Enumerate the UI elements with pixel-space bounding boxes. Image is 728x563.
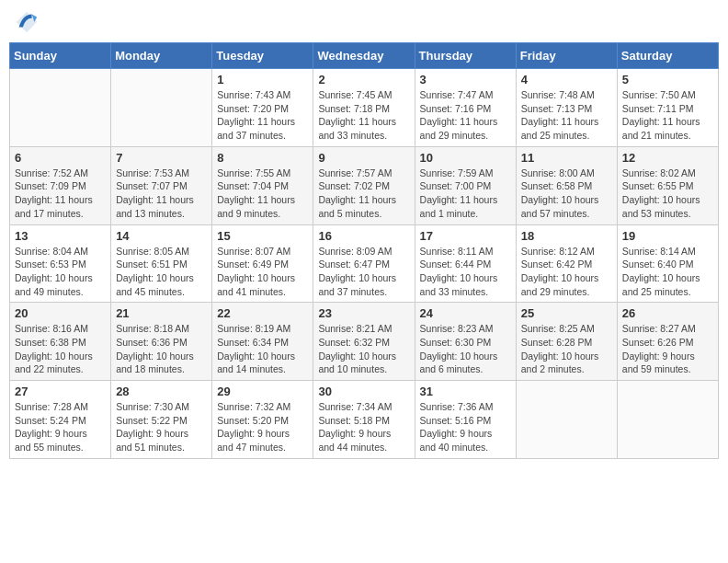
day-number: 6	[15, 151, 106, 165]
day-info: Sunrise: 8:02 AM Sunset: 6:55 PM Dayligh…	[622, 167, 713, 221]
weekday-header: Sunday	[10, 43, 111, 69]
day-number: 26	[622, 306, 713, 320]
day-info: Sunrise: 7:28 AM Sunset: 5:24 PM Dayligh…	[15, 400, 106, 454]
calendar-cell: 2Sunrise: 7:45 AM Sunset: 7:18 PM Daylig…	[313, 69, 415, 147]
day-info: Sunrise: 7:55 AM Sunset: 7:04 PM Dayligh…	[217, 167, 308, 221]
day-number: 28	[116, 385, 207, 398]
day-info: Sunrise: 8:19 AM Sunset: 6:34 PM Dayligh…	[217, 322, 308, 376]
day-info: Sunrise: 8:14 AM Sunset: 6:40 PM Dayligh…	[622, 245, 713, 299]
calendar-cell: 22Sunrise: 8:19 AM Sunset: 6:34 PM Dayli…	[212, 303, 313, 381]
day-number: 4	[521, 73, 612, 86]
day-number: 15	[217, 229, 308, 243]
calendar-cell: 27Sunrise: 7:28 AM Sunset: 5:24 PM Dayli…	[10, 381, 111, 459]
calendar-cell: 23Sunrise: 8:21 AM Sunset: 6:32 PM Dayli…	[313, 303, 415, 381]
page-header	[9, 9, 719, 35]
calendar-cell: 7Sunrise: 7:53 AM Sunset: 7:07 PM Daylig…	[111, 146, 212, 224]
day-number: 20	[15, 306, 106, 320]
calendar-cell: 3Sunrise: 7:47 AM Sunset: 7:16 PM Daylig…	[415, 69, 516, 147]
weekday-header: Wednesday	[313, 43, 415, 69]
day-info: Sunrise: 8:18 AM Sunset: 6:36 PM Dayligh…	[116, 322, 207, 376]
calendar-week: 1Sunrise: 7:43 AM Sunset: 7:20 PM Daylig…	[10, 69, 719, 147]
weekday-row: SundayMondayTuesdayWednesdayThursdayFrid…	[10, 43, 719, 69]
calendar-cell: 13Sunrise: 8:04 AM Sunset: 6:53 PM Dayli…	[10, 224, 111, 303]
day-number: 12	[622, 151, 713, 165]
calendar-cell	[617, 381, 718, 459]
weekday-header: Monday	[111, 43, 212, 69]
calendar-cell: 21Sunrise: 8:18 AM Sunset: 6:36 PM Dayli…	[111, 303, 212, 381]
calendar-week: 13Sunrise: 8:04 AM Sunset: 6:53 PM Dayli…	[10, 224, 719, 303]
calendar-cell: 9Sunrise: 7:57 AM Sunset: 7:02 PM Daylig…	[313, 146, 415, 224]
calendar-cell: 20Sunrise: 8:16 AM Sunset: 6:38 PM Dayli…	[10, 303, 111, 381]
day-number: 14	[116, 229, 207, 243]
day-info: Sunrise: 8:04 AM Sunset: 6:53 PM Dayligh…	[15, 245, 106, 299]
weekday-header: Thursday	[415, 43, 516, 69]
day-info: Sunrise: 7:50 AM Sunset: 7:11 PM Dayligh…	[622, 88, 713, 143]
calendar-cell: 8Sunrise: 7:55 AM Sunset: 7:04 PM Daylig…	[212, 146, 313, 224]
logo	[14, 9, 43, 35]
calendar-cell: 31Sunrise: 7:36 AM Sunset: 5:16 PM Dayli…	[415, 381, 516, 459]
calendar-body: 1Sunrise: 7:43 AM Sunset: 7:20 PM Daylig…	[10, 69, 719, 459]
day-info: Sunrise: 7:32 AM Sunset: 5:20 PM Dayligh…	[217, 400, 308, 454]
day-info: Sunrise: 7:48 AM Sunset: 7:13 PM Dayligh…	[521, 88, 612, 143]
day-info: Sunrise: 8:00 AM Sunset: 6:58 PM Dayligh…	[521, 167, 612, 221]
day-info: Sunrise: 7:36 AM Sunset: 5:16 PM Dayligh…	[420, 400, 511, 454]
calendar-week: 27Sunrise: 7:28 AM Sunset: 5:24 PM Dayli…	[10, 381, 719, 459]
calendar-cell: 5Sunrise: 7:50 AM Sunset: 7:11 PM Daylig…	[617, 69, 718, 147]
logo-icon	[14, 9, 40, 35]
calendar-cell: 26Sunrise: 8:27 AM Sunset: 6:26 PM Dayli…	[617, 303, 718, 381]
day-number: 10	[420, 151, 511, 165]
calendar-cell: 15Sunrise: 8:07 AM Sunset: 6:49 PM Dayli…	[212, 224, 313, 303]
calendar-cell: 25Sunrise: 8:25 AM Sunset: 6:28 PM Dayli…	[516, 303, 617, 381]
day-info: Sunrise: 7:30 AM Sunset: 5:22 PM Dayligh…	[116, 400, 207, 454]
day-number: 25	[521, 306, 612, 320]
day-info: Sunrise: 7:57 AM Sunset: 7:02 PM Dayligh…	[318, 167, 409, 221]
day-number: 8	[217, 151, 308, 165]
day-number: 3	[420, 73, 511, 86]
day-info: Sunrise: 7:43 AM Sunset: 7:20 PM Dayligh…	[217, 88, 308, 143]
calendar-cell: 17Sunrise: 8:11 AM Sunset: 6:44 PM Dayli…	[415, 224, 516, 303]
day-info: Sunrise: 8:05 AM Sunset: 6:51 PM Dayligh…	[116, 245, 207, 299]
calendar-cell: 29Sunrise: 7:32 AM Sunset: 5:20 PM Dayli…	[212, 381, 313, 459]
calendar-cell	[516, 381, 617, 459]
day-number: 29	[217, 385, 308, 398]
day-info: Sunrise: 8:25 AM Sunset: 6:28 PM Dayligh…	[521, 322, 612, 376]
calendar-cell: 18Sunrise: 8:12 AM Sunset: 6:42 PM Dayli…	[516, 224, 617, 303]
calendar-header: SundayMondayTuesdayWednesdayThursdayFrid…	[10, 43, 719, 69]
day-number: 17	[420, 229, 511, 243]
calendar-cell: 19Sunrise: 8:14 AM Sunset: 6:40 PM Dayli…	[617, 224, 718, 303]
day-number: 18	[521, 229, 612, 243]
calendar-cell	[111, 69, 212, 147]
day-number: 1	[217, 73, 308, 86]
day-info: Sunrise: 8:12 AM Sunset: 6:42 PM Dayligh…	[521, 245, 612, 299]
day-info: Sunrise: 7:53 AM Sunset: 7:07 PM Dayligh…	[116, 167, 207, 221]
calendar-cell: 28Sunrise: 7:30 AM Sunset: 5:22 PM Dayli…	[111, 381, 212, 459]
calendar: SundayMondayTuesdayWednesdayThursdayFrid…	[9, 42, 719, 459]
calendar-cell: 12Sunrise: 8:02 AM Sunset: 6:55 PM Dayli…	[617, 146, 718, 224]
calendar-cell: 10Sunrise: 7:59 AM Sunset: 7:00 PM Dayli…	[415, 146, 516, 224]
day-info: Sunrise: 8:23 AM Sunset: 6:30 PM Dayligh…	[420, 322, 511, 376]
calendar-cell: 30Sunrise: 7:34 AM Sunset: 5:18 PM Dayli…	[313, 381, 415, 459]
day-number: 24	[420, 306, 511, 320]
day-info: Sunrise: 8:16 AM Sunset: 6:38 PM Dayligh…	[15, 322, 106, 376]
day-number: 19	[622, 229, 713, 243]
calendar-cell	[10, 69, 111, 147]
day-number: 21	[116, 306, 207, 320]
calendar-cell: 1Sunrise: 7:43 AM Sunset: 7:20 PM Daylig…	[212, 69, 313, 147]
day-info: Sunrise: 7:47 AM Sunset: 7:16 PM Dayligh…	[420, 88, 511, 143]
calendar-cell: 11Sunrise: 8:00 AM Sunset: 6:58 PM Dayli…	[516, 146, 617, 224]
day-number: 16	[318, 229, 409, 243]
calendar-cell: 6Sunrise: 7:52 AM Sunset: 7:09 PM Daylig…	[10, 146, 111, 224]
calendar-cell: 24Sunrise: 8:23 AM Sunset: 6:30 PM Dayli…	[415, 303, 516, 381]
day-info: Sunrise: 8:27 AM Sunset: 6:26 PM Dayligh…	[622, 322, 713, 376]
calendar-cell: 4Sunrise: 7:48 AM Sunset: 7:13 PM Daylig…	[516, 69, 617, 147]
calendar-cell: 14Sunrise: 8:05 AM Sunset: 6:51 PM Dayli…	[111, 224, 212, 303]
day-info: Sunrise: 8:21 AM Sunset: 6:32 PM Dayligh…	[318, 322, 409, 376]
weekday-header: Saturday	[617, 43, 718, 69]
day-info: Sunrise: 8:07 AM Sunset: 6:49 PM Dayligh…	[217, 245, 308, 299]
weekday-header: Friday	[516, 43, 617, 69]
day-number: 2	[318, 73, 409, 86]
day-info: Sunrise: 7:45 AM Sunset: 7:18 PM Dayligh…	[318, 88, 409, 143]
day-number: 27	[15, 385, 106, 398]
day-number: 13	[15, 229, 106, 243]
calendar-week: 20Sunrise: 8:16 AM Sunset: 6:38 PM Dayli…	[10, 303, 719, 381]
